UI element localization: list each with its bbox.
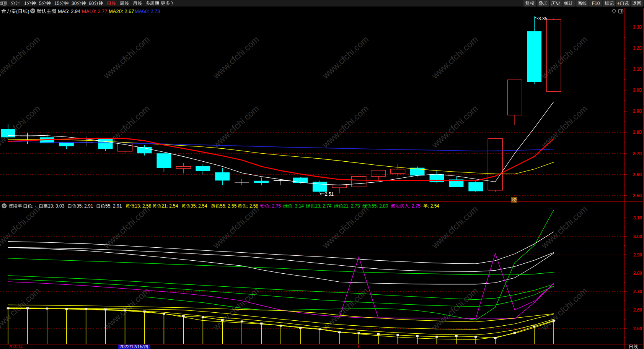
svg-text:2022/12/15/: 2022/12/15/ [119, 344, 144, 349]
svg-text:2.90: 2.90 [633, 109, 642, 114]
svg-text:: 2.58: : 2.58 [247, 203, 258, 209]
svg-text:MA10: 2.77: MA10: 2.77 [82, 8, 108, 14]
svg-text:): ) [28, 8, 29, 14]
svg-text:: 3.14: : 3.14 [292, 203, 304, 209]
svg-text:55: 2.55: 55: 2.55 [220, 203, 237, 209]
svg-text:MA60: 2.73: MA60: 2.73 [135, 8, 160, 14]
svg-text:21: 2.73: 21: 2.73 [343, 203, 360, 209]
svg-text:55: 2.91: 55: 2.91 [105, 203, 122, 209]
svg-text:3.35: 3.35 [538, 16, 548, 21]
svg-text:3.30: 3.30 [633, 24, 642, 30]
svg-text:5: 5 [39, 1, 42, 6]
svg-text:13: 2.58: 13: 2.58 [135, 203, 152, 209]
svg-text:2.60: 2.60 [633, 307, 642, 313]
svg-text:60: 60 [89, 1, 94, 6]
svg-text:55: 2.80: 55: 2.80 [372, 203, 388, 209]
svg-text:21: 2.54: 21: 2.54 [161, 203, 178, 209]
svg-text:15: 15 [54, 1, 60, 6]
svg-text:2.60: 2.60 [633, 172, 642, 177]
svg-text:35: 2.91: 35: 2.91 [77, 203, 93, 209]
svg-text:2.50: 2.50 [633, 193, 642, 198]
svg-text:: -: : - [32, 203, 36, 209]
svg-text:3.10: 3.10 [633, 67, 642, 72]
svg-text:: 2.54: : 2.54 [428, 203, 439, 209]
svg-text:(: ( [16, 8, 18, 14]
svg-text:2.70: 2.70 [633, 151, 642, 156]
svg-text:3.00: 3.00 [633, 88, 642, 93]
svg-text:MA5: 2.94: MA5: 2.94 [58, 8, 80, 14]
svg-text:2022: 2022 [8, 344, 19, 349]
svg-text:MA20: 2.67: MA20: 2.67 [109, 8, 134, 14]
svg-text:13: 2.74: 13: 2.74 [315, 203, 332, 209]
svg-text:+: + [617, 1, 620, 6]
svg-text:: 2.75: : 2.75 [409, 203, 421, 209]
svg-text:1: 1 [24, 1, 27, 6]
svg-text:35: 2.54: 35: 2.54 [191, 203, 207, 209]
svg-text:13: 3.03: 13: 3.03 [48, 203, 65, 209]
svg-text:2.80: 2.80 [633, 130, 642, 135]
svg-text:3.20: 3.20 [633, 45, 642, 51]
svg-text:2.80: 2.80 [633, 271, 642, 276]
svg-text:3.00: 3.00 [633, 234, 642, 239]
svg-text:2.70: 2.70 [633, 289, 642, 294]
svg-text:3.10: 3.10 [633, 215, 642, 221]
svg-text:F10: F10 [592, 1, 600, 6]
svg-text:2.51: 2.51 [325, 192, 334, 197]
svg-text:2.50: 2.50 [633, 326, 642, 331]
svg-text:1: 1 [357, 344, 360, 349]
svg-text:30: 30 [72, 1, 77, 6]
svg-text:2.90: 2.90 [633, 252, 642, 258]
svg-text:: 2.75: : 2.75 [269, 203, 281, 209]
